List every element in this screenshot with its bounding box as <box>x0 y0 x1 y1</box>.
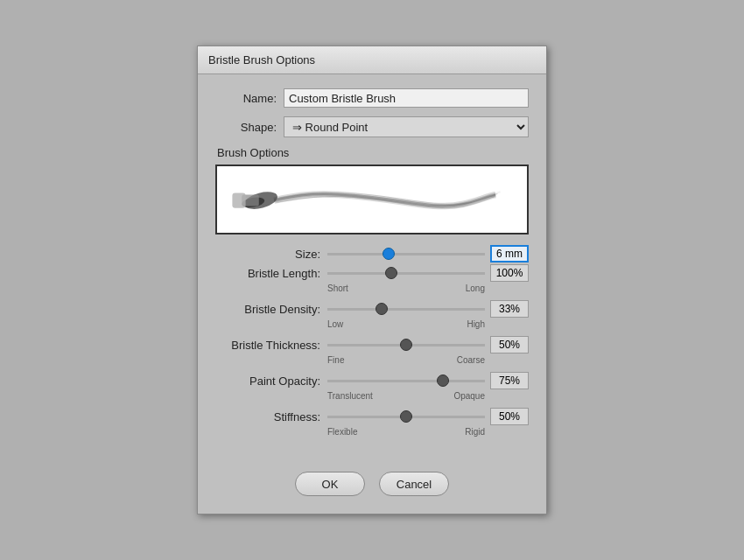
stiffness-min-label: Flexible <box>327 427 357 437</box>
paint-opacity-max-label: Opaque <box>453 391 485 401</box>
bristle-thickness-sublabels: Fine Coarse <box>215 355 529 365</box>
bristle-density-slider-container <box>327 308 485 311</box>
bristle-thickness-slider-container <box>327 344 485 346</box>
size-value[interactable] <box>490 245 529 262</box>
paint-opacity-slider[interactable] <box>327 380 485 382</box>
paint-opacity-label: Paint Opacity: <box>215 374 320 388</box>
bristle-length-min-label: Short <box>327 284 348 293</box>
bristle-density-slider[interactable] <box>327 308 485 311</box>
dialog-body: Name: Shape: ⇒ Round Point ⇒ Round Blunt… <box>198 74 546 458</box>
bristle-length-sublabels: Short Long <box>215 284 529 293</box>
bristle-length-slider-container <box>327 272 485 275</box>
stiffness-label: Stiffness: <box>215 410 320 424</box>
svg-rect-3 <box>232 192 245 207</box>
cancel-button[interactable]: Cancel <box>379 472 449 496</box>
size-slider-container <box>327 253 485 256</box>
stiffness-max-label: Rigid <box>465 427 485 437</box>
paint-opacity-sublabels: Translucent Opaque <box>215 391 529 401</box>
bristle-thickness-row: Bristle Thickness: <box>215 336 529 354</box>
brush-preview <box>215 164 529 234</box>
brush-options-section: Brush Options <box>215 146 529 234</box>
stiffness-sublabels: Flexible Rigid <box>215 427 529 437</box>
brush-options-label: Brush Options <box>217 146 529 159</box>
size-label: Size: <box>215 248 320 261</box>
dialog-footer: OK Cancel <box>198 458 546 514</box>
bristle-thickness-min-label: Fine <box>327 355 344 365</box>
slider-section: Size: Bristle Length: Short Long <box>215 245 529 437</box>
shape-select[interactable]: ⇒ Round Point ⇒ Round Blunt ⇒ Round Curv… <box>284 116 529 137</box>
bristle-brush-dialog: Bristle Brush Options Name: Shape: ⇒ Rou… <box>197 46 547 514</box>
bristle-density-sublabels: Low High <box>215 319 529 329</box>
stiffness-slider[interactable] <box>327 416 485 418</box>
bristle-thickness-slider[interactable] <box>327 344 485 346</box>
bristle-density-label: Bristle Density: <box>215 303 320 316</box>
paint-opacity-slider-container <box>327 380 485 382</box>
bristle-density-value[interactable] <box>490 300 529 318</box>
bristle-density-row: Bristle Density: <box>215 300 529 318</box>
ok-button[interactable]: OK <box>295 472 365 496</box>
bristle-thickness-max-label: Coarse <box>457 355 485 365</box>
paint-opacity-value[interactable] <box>490 372 529 389</box>
dialog-titlebar: Bristle Brush Options <box>198 46 546 74</box>
shape-label: Shape: <box>215 121 277 134</box>
bristle-length-label: Bristle Length: <box>215 267 320 280</box>
name-row: Name: <box>215 88 529 108</box>
bristle-density-max-label: High <box>467 319 485 329</box>
size-row: Size: <box>215 245 529 262</box>
stiffness-slider-container <box>327 416 485 418</box>
paint-opacity-min-label: Translucent <box>327 391 373 401</box>
dialog-title: Bristle Brush Options <box>208 53 315 66</box>
size-slider[interactable] <box>327 253 485 256</box>
name-input[interactable] <box>284 88 529 108</box>
shape-row: Shape: ⇒ Round Point ⇒ Round Blunt ⇒ Rou… <box>215 116 529 137</box>
bristle-length-value[interactable] <box>490 264 529 282</box>
bristle-length-row: Bristle Length: <box>215 264 529 282</box>
bristle-thickness-label: Bristle Thickness: <box>215 339 320 352</box>
bristle-density-min-label: Low <box>327 319 343 329</box>
stiffness-row: Stiffness: <box>215 408 529 425</box>
brush-stroke-svg <box>217 166 527 233</box>
stiffness-value[interactable] <box>490 408 529 425</box>
bristle-length-max-label: Long <box>466 284 485 293</box>
name-label: Name: <box>215 92 277 105</box>
bristle-length-slider[interactable] <box>327 272 485 275</box>
paint-opacity-row: Paint Opacity: <box>215 372 529 389</box>
bristle-thickness-value[interactable] <box>490 336 529 354</box>
